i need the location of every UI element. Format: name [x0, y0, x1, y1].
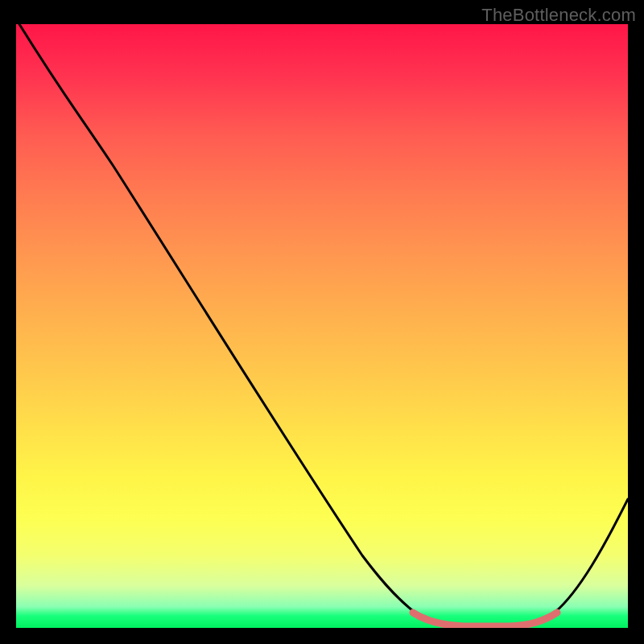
plot-area [16, 24, 628, 628]
main-curve-path [19, 24, 628, 627]
highlight-band-path [413, 613, 557, 626]
watermark-text: TheBottleneck.com [481, 5, 636, 26]
chart-frame: TheBottleneck.com [0, 0, 644, 644]
chart-svg [16, 24, 628, 628]
